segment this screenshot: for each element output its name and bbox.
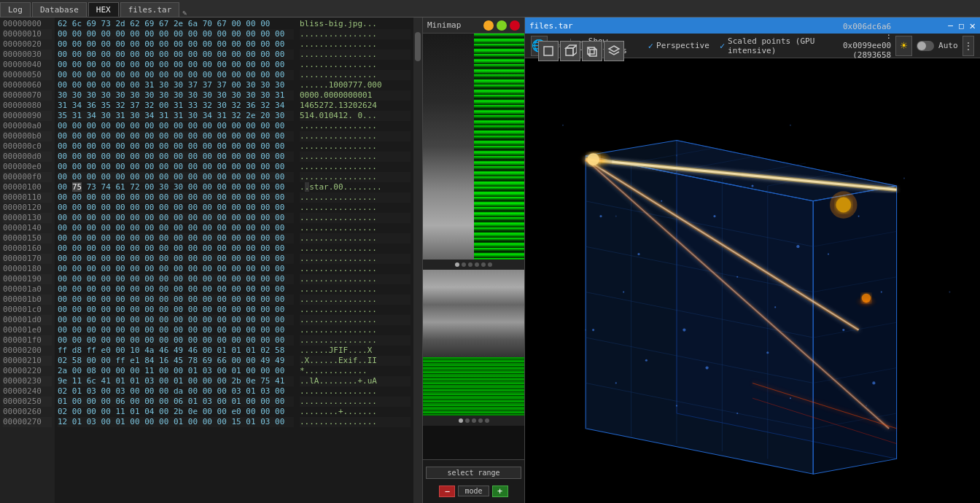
svg-point-72 [862,294,871,303]
cube-face-btn[interactable] [538,41,559,61]
svg-point-42 [637,253,639,255]
minimap-maximize-btn[interactable] [497,20,507,31]
minimap-dot-bottom-2[interactable] [472,418,476,423]
svg-point-40 [599,215,602,217]
svg-point-45 [713,215,715,217]
minimap-body [423,34,524,459]
svg-point-55 [766,351,769,354]
minimap-dot-top-3[interactable] [475,262,479,267]
svg-point-60 [858,216,860,217]
scaled-points-label[interactable]: Scaled points (GPU intensive) [728,36,839,55]
scaled-points-group[interactable]: ✓ Scaled points (GPU intensive) [720,36,839,55]
hex-scrollbar-thumb [415,32,421,61]
hex-panel: 0000000000000010000000200000003000000040… [0,17,423,503]
svg-point-52 [676,405,677,407]
cube-3d-btn[interactable] [560,41,580,61]
hex-bytes[interactable]: 62 6c 69 73 2d 62 69 67 2e 6a 70 67 00 0… [55,17,297,503]
viewer-minimize-btn[interactable]: ─ [948,21,953,31]
svg-point-49 [796,245,799,248]
svg-point-51 [645,359,648,362]
minimap-panel: Minimap select range − [423,17,525,503]
select-range-button[interactable]: select range [426,467,521,479]
minimap-images [423,34,524,416]
svg-point-48 [774,306,776,308]
svg-point-54 [736,413,738,414]
svg-marker-3 [573,45,577,55]
tab-hex[interactable]: HEX [88,2,119,17]
hex-addresses: 0000000000000010000000200000003000000040… [0,17,55,503]
mode-minus-button[interactable]: − [439,486,455,497]
viewer-restore-btn[interactable]: □ [959,21,964,31]
viewer-panel: files.tar ─ □ ✕ 🌐 » » Show captions ✓ [525,17,980,503]
cube-alt-btn[interactable] [582,41,602,61]
minimap-dot-top-1[interactable] [462,262,466,267]
minimap-controls: select range − mode + [423,459,524,503]
hex-ascii: bliss-big.jpg...........................… [297,17,413,503]
perspective-label[interactable]: Perspective [656,41,709,50]
svg-rect-1 [566,48,573,55]
viewer-body[interactable] [525,58,980,503]
hex-scrollbar[interactable] [413,17,422,503]
svg-point-57 [592,329,594,331]
hex-content: 0000000000000010000000200000003000000040… [0,17,422,503]
minimap-dot-top-4[interactable] [481,262,486,267]
3d-visualization [525,58,980,503]
mode-label: mode [458,486,489,496]
minimap-gray-section [423,270,524,357]
svg-point-46 [736,276,738,278]
svg-rect-5 [590,50,596,56]
minimap-dot-top-5[interactable] [488,262,492,267]
sun-button[interactable]: ☀ [895,36,912,56]
viewer-title-bar: files.tar ─ □ ✕ [525,17,980,34]
svg-point-14 [790,125,791,126]
minimap-header: Minimap [423,17,524,34]
svg-point-41 [623,292,624,293]
svg-point-10 [562,125,564,126]
tab-edit-icon[interactable]: ✎ [182,9,187,17]
svg-point-61 [872,381,875,384]
perspective-group[interactable]: ✓ Perspective [648,41,709,51]
minimap-close-btn[interactable] [510,20,520,31]
viewer-title: files.tar [529,21,573,31]
toggle-knob [917,42,926,50]
svg-point-62 [881,292,882,293]
viewer-close-btn[interactable]: ✕ [970,20,976,31]
minimap-header-buttons [483,20,520,31]
svg-point-59 [842,329,844,331]
viewer-title-right: ─ □ ✕ [948,20,976,31]
minimap-minimize-btn[interactable] [483,20,494,31]
minimap-dot-top-0[interactable] [455,262,459,267]
svg-point-16 [949,292,950,293]
minimap-image-bottom [423,357,524,416]
svg-rect-0 [544,47,553,55]
minimap-dot-bottom-1[interactable] [465,418,470,423]
minimap-dot-bottom-0[interactable] [459,418,463,423]
svg-point-15 [903,178,905,179]
minimap-dot-top-2[interactable] [468,262,472,267]
main-content: 0000000000000010000000200000003000000040… [0,17,980,503]
perspective-checkmark: ✓ [648,41,653,51]
layers-btn[interactable] [604,41,624,61]
svg-point-43 [661,200,662,202]
minimap-dot-bottom-3[interactable] [478,418,483,423]
svg-point-47 [751,184,753,187]
mode-bar: − mode + [426,486,521,497]
svg-point-50 [615,382,617,383]
tab-files[interactable]: files.tar [120,2,180,17]
svg-point-44 [682,329,685,332]
minimap-title: Minimap [427,20,461,30]
tab-database[interactable]: Database [32,2,87,17]
minimap-dot-bottom-4[interactable] [485,418,489,423]
auto-toggle[interactable] [917,41,934,51]
green-streaks [474,34,525,260]
tab-log[interactable]: Log [0,2,31,17]
minimap-dots-bottom [423,416,524,426]
svg-point-58 [828,254,829,255]
more-options-btn[interactable]: ⋮ [962,36,974,56]
svg-point-70 [587,153,599,165]
mode-plus-button[interactable]: + [492,486,508,497]
scaled-points-checkmark: ✓ [720,41,725,51]
cube-type-buttons [538,41,624,61]
minimap-dots-top [423,260,524,270]
svg-marker-9 [609,46,619,52]
